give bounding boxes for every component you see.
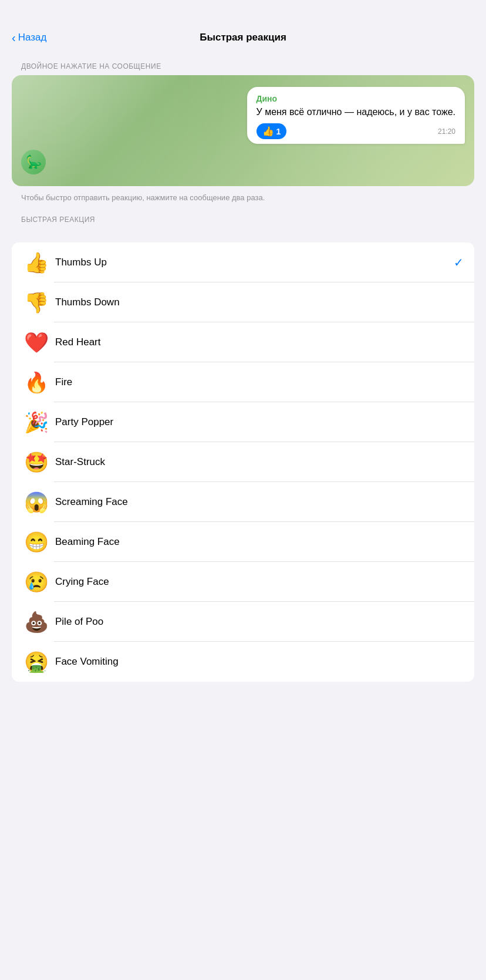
reaction-badge: 👍 1 bbox=[256, 123, 287, 139]
emoji-name: Beaming Face bbox=[50, 536, 464, 548]
emoji-icon: 👎 bbox=[22, 291, 50, 314]
preview-caption: Чтобы быстро отправить реакцию, нажмите … bbox=[0, 186, 486, 204]
emoji-icon: 😱 bbox=[22, 490, 50, 514]
emoji-icon: ❤️ bbox=[22, 331, 50, 354]
emoji-list: 👍Thumbs Up✓👎Thumbs Down❤️Red Heart🔥Fire🎉… bbox=[12, 243, 474, 682]
emoji-name: Thumbs Down bbox=[50, 297, 464, 308]
avatar-row: 🦕 bbox=[21, 150, 465, 174]
emoji-list-item[interactable]: 👎Thumbs Down bbox=[12, 282, 474, 322]
emoji-icon: 🤮 bbox=[22, 650, 50, 673]
chat-time: 21:20 bbox=[438, 127, 455, 136]
emoji-icon: 🤩 bbox=[22, 450, 50, 474]
reaction-emoji: 👍 bbox=[262, 126, 274, 137]
chat-sender: Дино bbox=[256, 94, 455, 103]
emoji-name: Thumbs Up bbox=[50, 257, 454, 268]
emoji-name: Face Vomiting bbox=[50, 656, 464, 668]
emoji-name: Screaming Face bbox=[50, 496, 464, 508]
emoji-list-item[interactable]: 😱Screaming Face bbox=[12, 482, 474, 522]
chat-bubble: Дино У меня всё отлично — надеюсь, и у в… bbox=[247, 87, 465, 144]
chat-preview: Дино У меня всё отлично — надеюсь, и у в… bbox=[12, 75, 474, 186]
selected-checkmark-icon: ✓ bbox=[454, 255, 464, 270]
emoji-name: Fire bbox=[50, 376, 464, 388]
chat-bubble-footer: 👍 1 21:20 bbox=[256, 123, 455, 139]
quick-reaction-section-label: БЫСТРАЯ РЕАКЦИЯ bbox=[0, 204, 486, 228]
double-tap-section-label: ДВОЙНОЕ НАЖАТИЕ НА СООБЩЕНИЕ bbox=[0, 50, 486, 75]
emoji-name: Pile of Poo bbox=[50, 616, 464, 628]
emoji-list-item[interactable]: 🎉Party Popper bbox=[12, 402, 474, 442]
emoji-list-item[interactable]: 👍Thumbs Up✓ bbox=[12, 243, 474, 282]
avatar-emoji: 🦕 bbox=[26, 154, 42, 170]
emoji-icon: 👍 bbox=[22, 251, 50, 274]
emoji-icon: 😁 bbox=[22, 530, 50, 554]
emoji-list-item[interactable]: 🔥Fire bbox=[12, 362, 474, 402]
emoji-list-item[interactable]: 🤩Star-Struck bbox=[12, 442, 474, 482]
emoji-list-item[interactable]: 🤮Face Vomiting bbox=[12, 642, 474, 682]
emoji-name: Star-Struck bbox=[50, 456, 464, 468]
emoji-list-item[interactable]: ❤️Red Heart bbox=[12, 322, 474, 362]
emoji-name: Red Heart bbox=[50, 336, 464, 348]
emoji-name: Crying Face bbox=[50, 576, 464, 588]
navigation-bar: ‹ Назад Быстрая реакция bbox=[0, 0, 486, 50]
emoji-icon: 💩 bbox=[22, 610, 50, 634]
emoji-list-item[interactable]: 💩Pile of Poo bbox=[12, 602, 474, 642]
back-label: Назад bbox=[18, 32, 47, 43]
page-title: Быстрая реакция bbox=[200, 32, 286, 43]
emoji-list-item[interactable]: 😢Crying Face bbox=[12, 562, 474, 602]
emoji-name: Party Popper bbox=[50, 416, 464, 428]
emoji-icon: 🎉 bbox=[22, 410, 50, 434]
emoji-icon: 😢 bbox=[22, 570, 50, 594]
emoji-icon: 🔥 bbox=[22, 371, 50, 394]
back-button[interactable]: ‹ Назад bbox=[12, 32, 46, 43]
chat-bubble-row: Дино У меня всё отлично — надеюсь, и у в… bbox=[21, 87, 465, 144]
avatar: 🦕 bbox=[21, 150, 46, 174]
emoji-list-item[interactable]: 😁Beaming Face bbox=[12, 522, 474, 562]
reaction-count: 1 bbox=[276, 127, 281, 136]
back-chevron-icon: ‹ bbox=[12, 32, 16, 43]
chat-message: У меня всё отлично — надеюсь, и у вас то… bbox=[256, 106, 455, 119]
